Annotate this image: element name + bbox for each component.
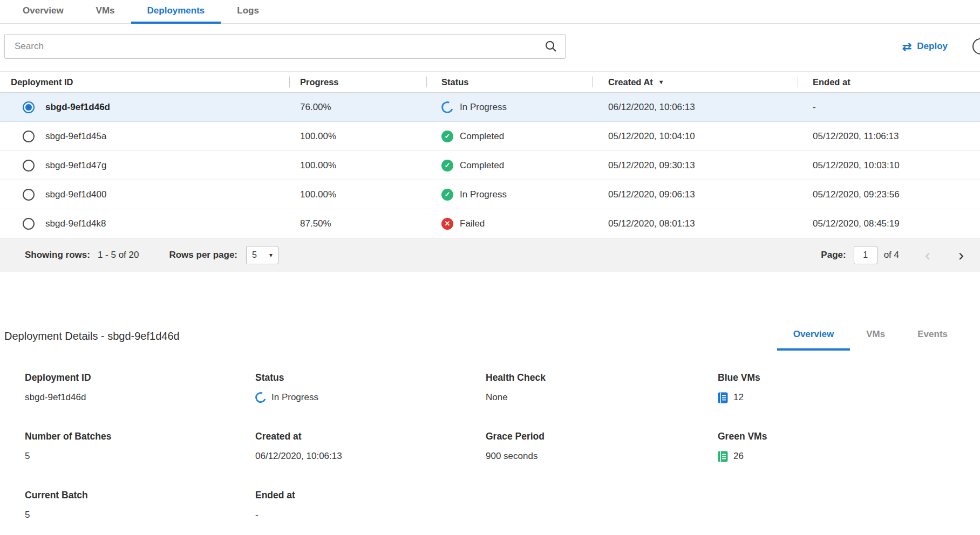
status-label: In Progress — [460, 189, 507, 200]
showing-rows-value: 1 - 5 of 20 — [98, 250, 139, 260]
progress-cell: 76.00% — [289, 93, 426, 121]
created-at-cell: 05/12/2020, 10:04:10 — [592, 122, 798, 150]
created-at-cell: 05/12/2020, 09:06:13 — [592, 180, 798, 209]
rows-per-page-label: Rows per page: — [169, 250, 237, 260]
page-label: Page: — [821, 250, 846, 260]
field-blue-vms: Blue VMs 12 — [718, 372, 980, 404]
swap-arrows-icon: ⇄ — [902, 41, 912, 52]
field-number-of-batches: Number of Batches 5 — [25, 431, 255, 463]
field-label: Deployment ID — [25, 372, 255, 383]
details-tab-vms[interactable]: VMs — [850, 324, 901, 351]
row-radio[interactable] — [23, 218, 35, 230]
x-circle-icon: ✕ — [441, 218, 453, 230]
col-label: Status — [441, 77, 468, 87]
table-row[interactable]: sbgd-9ef1d45a 100.00% ✓ Completed 05/12/… — [0, 122, 980, 151]
col-created-at[interactable]: Created At ▼ — [592, 72, 798, 92]
deployment-id-cell: sbgd-9ef1d47g — [45, 151, 289, 180]
status-cell: In Progress — [426, 93, 592, 121]
created-at-cell: 05/12/2020, 09:30:13 — [592, 151, 798, 180]
details-tab-events[interactable]: Events — [901, 324, 964, 351]
table-row[interactable]: sbgd-9ef1d4k8 87.50% ✕ Failed 05/12/2020… — [0, 209, 980, 238]
field-label: Current Batch — [25, 490, 255, 501]
field-label: Green VMs — [718, 431, 980, 442]
field-value: 06/12/2020, 10:06:13 — [255, 451, 342, 462]
field-label: Ended at — [255, 490, 486, 501]
details-tab-overview[interactable]: Overview — [777, 324, 850, 351]
col-label: Ended at — [813, 77, 850, 87]
page-input[interactable] — [854, 246, 877, 264]
field-health-check: Health Check None — [486, 372, 718, 404]
row-radio[interactable] — [23, 101, 35, 113]
deploy-button[interactable]: ⇄ Deploy — [902, 41, 948, 52]
progress-cell: 100.00% — [289, 151, 426, 180]
row-radio[interactable] — [23, 160, 35, 172]
field-value: None — [486, 392, 508, 403]
chevron-left-icon[interactable]: ‹ — [923, 247, 933, 263]
col-status[interactable]: Status — [426, 72, 592, 92]
status-label: In Progress — [460, 102, 507, 113]
tab-vms[interactable]: VMs — [80, 0, 131, 24]
tab-deployments[interactable]: Deployments — [131, 0, 221, 24]
rows-per-page-select[interactable]: 5 ▾ — [246, 246, 278, 264]
tab-overview[interactable]: Overview — [6, 0, 80, 24]
caret-down-icon: ▾ — [269, 251, 273, 259]
table-row[interactable]: sbgd-9ef1d46d 76.00% In Progress 06/12/2… — [0, 93, 980, 122]
search-input[interactable] — [5, 35, 565, 58]
page-total: of 4 — [884, 250, 899, 260]
details-tab-bar: Overview VMs Events — [777, 324, 964, 351]
field-deployment-id: Deployment ID sbgd-9ef1d46d — [25, 372, 255, 404]
col-ended-at[interactable]: Ended at — [798, 72, 980, 92]
field-current-batch: Current Batch 5 — [25, 490, 255, 522]
field-value: 12 — [733, 392, 744, 403]
col-label: Created At — [608, 77, 653, 87]
ended-at-cell: 05/12/2020, 09:23:56 — [798, 180, 980, 209]
col-deployment-id[interactable]: Deployment ID — [0, 72, 289, 92]
field-label: Number of Batches — [25, 431, 255, 442]
field-value: In Progress — [271, 392, 318, 403]
details-header: Deployment Details - sbgd-9ef1d46d Overv… — [0, 324, 980, 351]
field-value: 26 — [733, 451, 744, 462]
search-box[interactable] — [4, 34, 566, 59]
status-label: Completed — [460, 131, 504, 142]
search-icon[interactable] — [545, 40, 557, 53]
field-grace-period: Grace Period 900 seconds — [486, 431, 718, 463]
field-label: Created at — [255, 431, 486, 442]
field-green-vms: Green VMs 26 — [718, 431, 980, 463]
status-cell: ✕ Failed — [426, 209, 592, 238]
check-circle-icon: ✓ — [441, 189, 453, 201]
deployment-id-cell: sbgd-9ef1d4k8 — [45, 209, 289, 238]
status-cell: ✓ Completed — [426, 122, 592, 150]
col-progress[interactable]: Progress — [289, 72, 426, 92]
row-radio[interactable] — [23, 131, 35, 142]
ended-at-cell: 05/12/2020, 08:45:19 — [798, 209, 980, 238]
field-value: 5 — [25, 451, 30, 462]
deployment-id-cell: sbgd-9ef1d45a — [45, 122, 289, 150]
toolbar: ⇄ Deploy — [4, 33, 976, 59]
progress-cell: 87.50% — [289, 209, 426, 238]
deployments-table: Deployment ID Progress Status Created At… — [0, 71, 980, 272]
showing-rows-label: Showing rows: — [25, 250, 90, 260]
field-value: 5 — [25, 510, 30, 520]
status-label: Completed — [460, 160, 504, 171]
check-circle-icon: ✓ — [441, 160, 453, 172]
deployment-id-cell: sbgd-9ef1d400 — [45, 180, 289, 209]
deploy-label: Deploy — [917, 41, 948, 52]
col-label: Deployment ID — [11, 77, 73, 87]
progress-cell: 100.00% — [289, 180, 426, 209]
field-status: Status In Progress — [255, 372, 486, 404]
field-value: sbgd-9ef1d46d — [25, 392, 86, 403]
tab-logs[interactable]: Logs — [221, 0, 275, 24]
table-pagination: Showing rows: 1 - 5 of 20 Rows per page:… — [0, 238, 980, 272]
col-label: Progress — [300, 77, 339, 87]
check-circle-icon: ✓ — [441, 131, 453, 142]
refresh-icon[interactable] — [972, 38, 980, 54]
spinner-icon — [254, 390, 268, 405]
row-radio[interactable] — [23, 189, 35, 201]
field-created-at: Created at 06/12/2020, 10:06:13 — [255, 431, 486, 463]
created-at-cell: 06/12/2020, 10:06:13 — [592, 93, 798, 121]
chevron-right-icon[interactable]: › — [956, 247, 966, 263]
table-row[interactable]: sbgd-9ef1d47g 100.00% ✓ Completed 05/12/… — [0, 151, 980, 180]
spinner-icon — [439, 99, 455, 115]
table-row[interactable]: sbgd-9ef1d400 100.00% ✓ In Progress 05/1… — [0, 180, 980, 209]
field-value: 900 seconds — [486, 451, 537, 462]
